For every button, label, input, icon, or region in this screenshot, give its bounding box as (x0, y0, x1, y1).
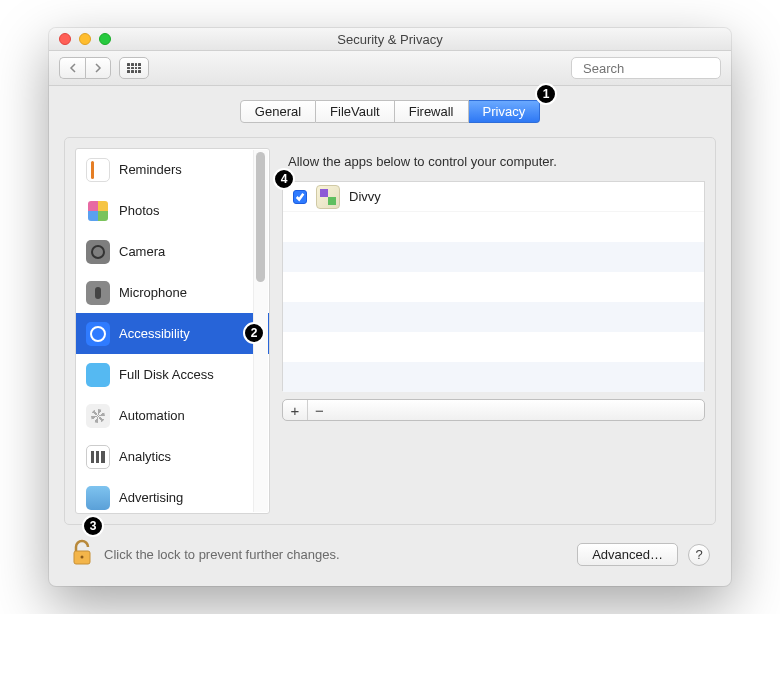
add-button[interactable]: + (283, 400, 307, 420)
tab-firewall[interactable]: Firewall (395, 100, 469, 123)
forward-button[interactable] (85, 57, 111, 79)
footer: 3 Click the lock to prevent further chan… (64, 525, 716, 570)
detail-hint: Allow the apps below to control your com… (282, 148, 705, 181)
sidebar-item-label: Photos (119, 203, 159, 218)
scrollbar-thumb[interactable] (256, 152, 265, 282)
privacy-detail: Allow the apps below to control your com… (282, 148, 705, 514)
sidebar-item-label: Advertising (119, 490, 183, 505)
sidebar-item-photos[interactable]: Photos (76, 190, 269, 231)
add-remove-buttons: + − (282, 399, 705, 421)
annotation-4: 4 (273, 168, 295, 190)
grid-icon (127, 63, 141, 73)
back-button[interactable] (59, 57, 85, 79)
app-icon (316, 185, 340, 209)
photos-icon (86, 199, 110, 223)
lock-icon (70, 539, 94, 567)
sidebar-item-label: Accessibility (119, 326, 190, 341)
window-title: Security & Privacy (49, 32, 731, 47)
sidebar-item-label: Microphone (119, 285, 187, 300)
sidebar-item-camera[interactable]: Camera (76, 231, 269, 272)
svg-point-2 (81, 556, 84, 559)
preferences-window: Security & Privacy General FileV (49, 28, 731, 586)
app-name: Divvy (349, 189, 381, 204)
sidebar-item-automation[interactable]: Automation (76, 395, 269, 436)
gear-icon (86, 404, 110, 428)
help-button[interactable]: ? (688, 544, 710, 566)
nav-buttons (59, 57, 111, 79)
sidebar-item-full-disk-access[interactable]: Full Disk Access (76, 354, 269, 395)
chart-icon (86, 445, 110, 469)
accessibility-icon (86, 322, 110, 346)
remove-button[interactable]: − (307, 400, 331, 420)
annotation-3: 3 (82, 515, 104, 537)
content: General FileVault Firewall Privacy 1 Rem… (49, 86, 731, 586)
tab-privacy[interactable]: Privacy 1 (469, 100, 541, 123)
tab-privacy-label: Privacy (483, 104, 526, 119)
lock-text: Click the lock to prevent further change… (104, 547, 567, 562)
toolbar (49, 51, 731, 86)
microphone-icon (86, 281, 110, 305)
annotation-2: 2 (243, 322, 265, 344)
sidebar-item-label: Automation (119, 408, 185, 423)
tab-filevault[interactable]: FileVault (316, 100, 395, 123)
sidebar-item-label: Reminders (119, 162, 182, 177)
sidebar-item-reminders[interactable]: Reminders (76, 149, 269, 190)
privacy-sidebar: Reminders Photos Camera Microphone (75, 148, 270, 514)
reminders-icon (86, 158, 110, 182)
search-input[interactable] (583, 61, 731, 76)
sidebar-item-analytics[interactable]: Analytics (76, 436, 269, 477)
annotation-1: 1 (535, 83, 557, 105)
tabbar: General FileVault Firewall Privacy 1 (64, 100, 716, 123)
app-row[interactable]: Divvy (283, 182, 704, 212)
lock-button[interactable] (70, 539, 94, 570)
privacy-panel: Reminders Photos Camera Microphone (64, 137, 716, 525)
megaphone-icon (86, 486, 110, 510)
titlebar: Security & Privacy (49, 28, 731, 51)
app-list: 4 Divvy (282, 181, 705, 391)
sidebar-item-label: Full Disk Access (119, 367, 214, 382)
app-checkbox[interactable] (293, 190, 307, 204)
sidebar-item-label: Camera (119, 244, 165, 259)
folder-icon (86, 363, 110, 387)
camera-icon (86, 240, 110, 264)
sidebar-item-label: Analytics (119, 449, 171, 464)
sidebar-item-accessibility[interactable]: Accessibility 2 (76, 313, 269, 354)
show-all-button[interactable] (119, 57, 149, 79)
tab-general[interactable]: General (240, 100, 316, 123)
advanced-button[interactable]: Advanced… (577, 543, 678, 566)
sidebar-item-advertising[interactable]: Advertising (76, 477, 269, 513)
sidebar-item-microphone[interactable]: Microphone (76, 272, 269, 313)
search-field[interactable] (571, 57, 721, 79)
